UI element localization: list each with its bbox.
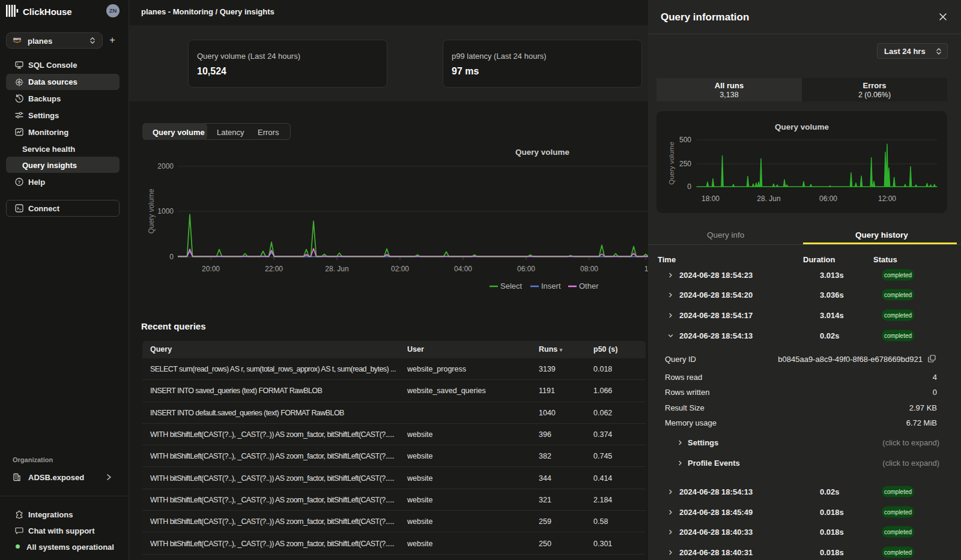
- svg-text:Select: Select: [500, 282, 523, 291]
- svg-text:Insert: Insert: [541, 282, 561, 291]
- svg-text:250: 250: [679, 160, 691, 168]
- svg-text:08:00: 08:00: [580, 265, 598, 273]
- svg-text:06:00: 06:00: [819, 194, 837, 203]
- svg-text:Query volume: Query volume: [147, 188, 156, 233]
- svg-text:1000: 1000: [157, 207, 174, 215]
- svg-text:04:00: 04:00: [454, 265, 472, 273]
- svg-text:06:00: 06:00: [517, 265, 535, 273]
- svg-text:?: ?: [18, 179, 21, 185]
- svg-text:22:00: 22:00: [265, 265, 283, 273]
- svg-text:Other: Other: [579, 282, 599, 291]
- svg-text:12:00: 12:00: [878, 194, 896, 203]
- svg-text:Query volume: Query volume: [775, 122, 829, 131]
- svg-text:28. Jun: 28. Jun: [325, 265, 348, 273]
- svg-text:aws: aws: [13, 37, 21, 41]
- svg-text:2000: 2000: [157, 162, 174, 170]
- svg-text:18:00: 18:00: [702, 194, 720, 203]
- svg-text:500: 500: [679, 136, 691, 144]
- svg-text:Query volume: Query volume: [515, 148, 570, 157]
- svg-text:0: 0: [687, 182, 691, 191]
- svg-text:02:00: 02:00: [391, 265, 409, 273]
- svg-text:0: 0: [169, 253, 174, 261]
- svg-text:28. Jun: 28. Jun: [757, 194, 780, 203]
- svg-text:Query volume: Query volume: [668, 142, 675, 185]
- svg-text:20:00: 20:00: [202, 265, 220, 273]
